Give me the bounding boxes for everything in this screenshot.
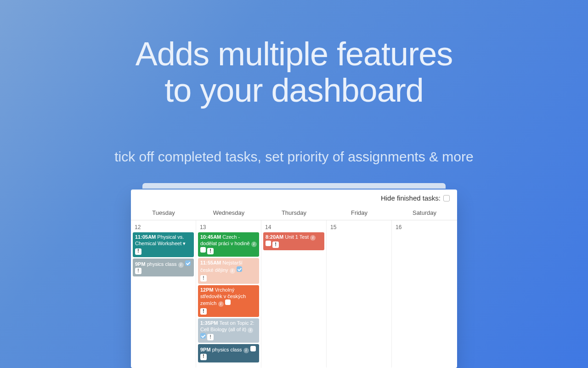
day-number: 13 (198, 223, 259, 232)
calendar-event[interactable]: 11:05AM Physical vs. Chemical Worksheet … (133, 232, 194, 257)
priority-icon[interactable] (135, 268, 141, 274)
day-header-friday: Friday (327, 205, 392, 220)
week-body: 12 11:05AM Physical vs. Chemical Workshe… (131, 220, 457, 368)
event-time: 10:45AM (200, 234, 221, 240)
calendar-event[interactable]: 9PM physics class (198, 344, 259, 362)
calendar-event[interactable]: 12PM Vrcholný středověk v českých zemích (198, 285, 259, 317)
priority-icon[interactable] (207, 248, 214, 254)
calendar-event[interactable]: 11:55AM Nejstarší české dějiny (198, 258, 259, 284)
panel-shadow-strip (142, 183, 446, 189)
headline-line-2: to your dashboard (164, 72, 423, 109)
calendar-panel: Hide finished tasks: Tuesday Wednesday T… (131, 190, 457, 368)
event-title: physics class (146, 261, 177, 267)
day-number: 16 (394, 223, 455, 232)
day-number: 15 (328, 223, 390, 232)
complete-checkbox[interactable] (266, 241, 271, 246)
day-col-wednesday: 13 10:45AM Czech - dodělat práci v hodin… (196, 220, 261, 368)
hide-finished-checkbox[interactable] (443, 195, 450, 201)
event-title: Unit 1 Test (283, 234, 309, 240)
event-time: 9PM (135, 261, 146, 267)
hide-finished-row: Hide finished tasks: (131, 190, 457, 205)
info-icon[interactable] (248, 328, 253, 333)
hide-finished-label: Hide finished tasks: (381, 194, 441, 202)
day-header-thursday: Thursday (261, 205, 327, 220)
priority-icon[interactable] (272, 242, 279, 248)
event-time: 11:05AM (135, 234, 156, 240)
info-icon[interactable] (218, 301, 224, 307)
week-header: Tuesday Wednesday Thursday Friday Saturd… (131, 205, 457, 220)
headline-line-1: Adds multiple features (136, 35, 452, 72)
priority-icon[interactable] (200, 308, 207, 315)
complete-checkbox[interactable] (200, 247, 206, 253)
complete-checkbox[interactable] (237, 266, 242, 272)
complete-checkbox[interactable] (250, 346, 256, 351)
event-time: 1:35PM (200, 320, 218, 326)
event-time: 11:55AM (200, 260, 221, 265)
priority-icon[interactable] (207, 334, 214, 340)
calendar-event[interactable]: 9PM physics class (133, 259, 194, 276)
subheadline: tick off completed tasks, set priority o… (0, 149, 588, 165)
event-time: 8:20AM (266, 234, 283, 240)
day-col-friday: 15 (327, 220, 392, 368)
calendar-event[interactable]: 10:45AM Czech - dodělat práci v hodině (198, 232, 259, 257)
info-icon[interactable] (251, 242, 257, 247)
info-icon[interactable] (230, 268, 235, 274)
day-header-tuesday: Tuesday (131, 205, 196, 220)
info-icon[interactable] (243, 348, 249, 353)
day-header-saturday: Saturday (392, 205, 457, 220)
calendar-event[interactable]: 8:20AM Unit 1 Test (263, 232, 324, 250)
day-number: 14 (263, 223, 324, 232)
complete-checkbox[interactable] (200, 333, 206, 339)
chevron-down-icon[interactable]: ▾ (181, 241, 186, 246)
event-time: 9PM (200, 347, 211, 352)
complete-checkbox[interactable] (185, 260, 191, 266)
calendar-event[interactable]: 1:35PM Test on Topic 2: Cell Biology (al… (198, 318, 259, 343)
priority-icon[interactable] (200, 354, 207, 360)
day-number: 12 (133, 223, 194, 232)
day-header-wednesday: Wednesday (196, 205, 261, 220)
day-col-thursday: 14 8:20AM Unit 1 Test (261, 220, 327, 368)
day-col-saturday: 16 (392, 220, 457, 368)
day-col-tuesday: 12 11:05AM Physical vs. Chemical Workshe… (131, 220, 196, 368)
priority-icon[interactable] (135, 248, 141, 255)
priority-icon[interactable] (200, 275, 207, 282)
info-icon[interactable] (178, 262, 184, 268)
event-time: 12PM (200, 287, 214, 293)
headline: Adds multiple features to your dashboard (0, 36, 588, 109)
complete-checkbox[interactable] (225, 299, 231, 305)
info-icon[interactable] (310, 235, 316, 241)
event-title: physics class (211, 347, 242, 352)
